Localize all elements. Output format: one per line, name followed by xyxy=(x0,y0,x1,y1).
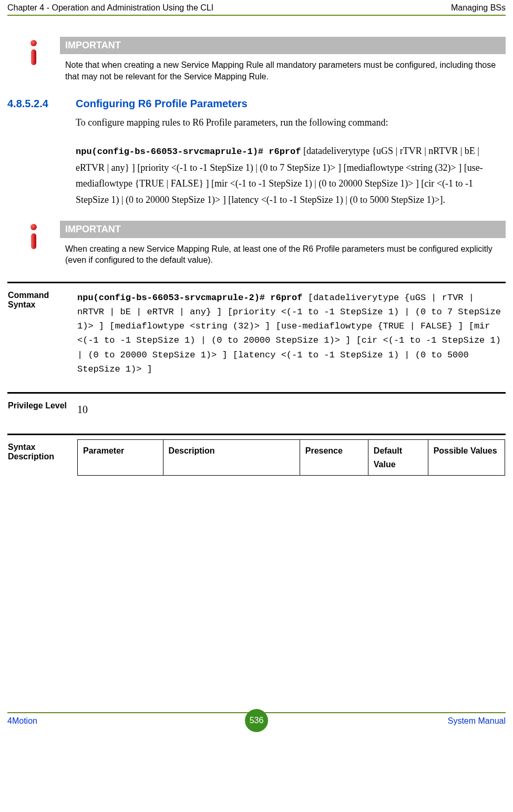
footer-row: 4Motion 536 System Manual xyxy=(7,716,506,726)
important-icon-col xyxy=(7,221,60,266)
header-left: Chapter 4 - Operation and Administration… xyxy=(7,3,213,13)
i-stem-icon xyxy=(31,233,36,249)
page-number-badge: 536 xyxy=(245,709,268,732)
important-icon xyxy=(27,224,40,249)
important-text: When creating a new Service Mapping Rule… xyxy=(60,238,506,266)
i-dot-icon xyxy=(30,40,37,46)
important-body: IMPORTANT When creating a new Service Ma… xyxy=(60,221,506,266)
command-syntax-label: Command Syntax xyxy=(7,282,77,393)
definition-table: Command Syntax npu(config-bs-66053-srvcm… xyxy=(7,282,506,491)
command-syntax-row: Command Syntax npu(config-bs-66053-srvcm… xyxy=(7,282,506,393)
header-right: Managing BSs xyxy=(451,3,506,13)
col-parameter: Parameter xyxy=(78,439,163,475)
important-icon xyxy=(27,40,40,65)
command-bold-part: npu(config-bs-66053-srvcmaprule-1)# r6pr… xyxy=(76,147,301,157)
important-icon-col xyxy=(7,37,60,82)
section-number: 4.8.5.2.4 xyxy=(7,98,76,110)
important-block-1: IMPORTANT Note that when creating a new … xyxy=(7,37,506,82)
col-presence: Presence xyxy=(300,439,368,475)
page-header: Chapter 4 - Operation and Administration… xyxy=(0,0,513,15)
col-default-value: Default Value xyxy=(368,439,428,475)
section-heading-row: 4.8.5.2.4 Configuring R6 Profile Paramet… xyxy=(7,98,506,110)
syntax-description-row: Syntax Description Parameter Description… xyxy=(7,434,506,491)
privilege-level-value: 10 xyxy=(77,393,506,434)
important-text: Note that when creating a new Service Ma… xyxy=(60,54,506,82)
important-block-2: IMPORTANT When creating a new Service Ma… xyxy=(7,221,506,266)
syntax-table-header-row: Parameter Description Presence Default V… xyxy=(78,439,505,475)
syntax-parameters-table: Parameter Description Presence Default V… xyxy=(77,439,505,476)
syntax-description-value: Parameter Description Presence Default V… xyxy=(77,434,506,491)
syntax-description-label: Syntax Description xyxy=(7,434,77,491)
header-rule xyxy=(7,15,506,16)
command-example: npu(config-bs-66053-srvcmaprule-1)# r6pr… xyxy=(76,143,506,208)
i-dot-icon xyxy=(30,224,37,230)
footer-right: System Manual xyxy=(448,716,506,726)
command-syntax-bold: npu(config-bs-66053-srvcmaprule-2)# r6pr… xyxy=(77,293,302,303)
page-footer: 4Motion 536 System Manual xyxy=(0,712,513,733)
privilege-level-row: Privilege Level 10 xyxy=(7,393,506,434)
important-body: IMPORTANT Note that when creating a new … xyxy=(60,37,506,82)
i-stem-icon xyxy=(31,49,36,65)
important-header: IMPORTANT xyxy=(60,221,506,238)
col-possible-values: Possible Values xyxy=(428,439,505,475)
command-syntax-value: npu(config-bs-66053-srvcmaprule-2)# r6pr… xyxy=(77,282,506,393)
command-syntax-rest: [datadeliverytype {uGS | rTVR | nRTVR | … xyxy=(77,293,501,374)
important-header: IMPORTANT xyxy=(60,37,506,54)
privilege-level-label: Privilege Level xyxy=(7,393,77,434)
footer-left: 4Motion xyxy=(7,716,37,726)
section-intro: To configure mapping rules to R6 Profile… xyxy=(76,115,506,130)
col-description: Description xyxy=(163,439,300,475)
section-title: Configuring R6 Profile Parameters xyxy=(76,98,248,110)
